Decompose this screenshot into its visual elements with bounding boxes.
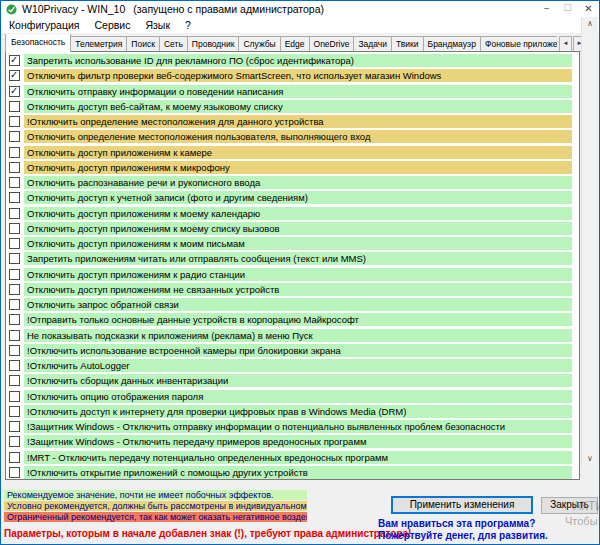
setting-checkbox[interactable] bbox=[9, 467, 20, 478]
close-button[interactable]: ✕ bbox=[578, 1, 599, 17]
setting-row[interactable]: !Отключить доступ к интернету для провер… bbox=[6, 405, 579, 418]
tab[interactable]: Телеметрия bbox=[70, 36, 127, 52]
menu-item[interactable]: Сервис bbox=[94, 19, 130, 31]
tab[interactable]: Проводник bbox=[187, 36, 240, 52]
setting-label: Отключить распознавание речи и рукописно… bbox=[24, 176, 572, 189]
setting-label: Отключить доступ приложениям к моему кал… bbox=[24, 207, 572, 220]
setting-row[interactable]: !Отключить опцию отображения пароля bbox=[6, 390, 579, 403]
scroll-up-icon[interactable]: ∧ bbox=[582, 17, 598, 32]
setting-row[interactable]: Отключить доступ веб-сайтам, к моему язы… bbox=[6, 100, 579, 113]
setting-row[interactable]: Отключить фильтр проверки веб-содержимог… bbox=[6, 69, 579, 82]
maximize-button[interactable]: ☐ bbox=[557, 1, 578, 17]
apply-changes-button[interactable]: Применить изменения bbox=[391, 496, 533, 514]
setting-checkbox[interactable] bbox=[9, 345, 20, 356]
setting-label: Отключить фильтр проверки веб-содержимог… bbox=[24, 69, 572, 82]
tab-label: Edge bbox=[285, 39, 305, 49]
menu-item[interactable]: Конфигурация bbox=[9, 19, 79, 31]
setting-checkbox[interactable] bbox=[9, 208, 20, 219]
setting-row[interactable]: Отключить доступ приложениям к моему кал… bbox=[6, 207, 579, 220]
setting-label: Запретить приложениям читать или отправл… bbox=[24, 252, 572, 265]
setting-row[interactable]: !Отключить сборщик данных инвентаризации bbox=[6, 374, 579, 387]
setting-row[interactable]: Запретить использование ID для рекламног… bbox=[6, 54, 579, 67]
setting-checkbox[interactable] bbox=[9, 330, 20, 341]
setting-checkbox[interactable] bbox=[9, 299, 20, 310]
tab[interactable]: Твики bbox=[391, 36, 424, 52]
legend-row: Условно рекомендуется, должны быть рассм… bbox=[4, 501, 307, 511]
setting-checkbox[interactable] bbox=[9, 223, 20, 234]
setting-label: !Отключить доступ к интернету для провер… bbox=[24, 405, 572, 418]
tab-label: Поиск bbox=[131, 39, 155, 49]
setting-label: Запретить использование ID для рекламног… bbox=[24, 54, 572, 67]
tab[interactable]: Поиск bbox=[126, 36, 160, 52]
setting-checkbox[interactable] bbox=[9, 177, 20, 188]
legend: Рекомендуемое значение, почти не имеет п… bbox=[4, 490, 307, 523]
setting-row[interactable]: Отключить доступ приложениям к камере bbox=[6, 146, 579, 159]
setting-checkbox[interactable] bbox=[9, 192, 20, 203]
setting-checkbox[interactable] bbox=[9, 101, 20, 112]
setting-checkbox[interactable] bbox=[9, 116, 20, 127]
setting-label: Отключить доступ приложениям к радио ста… bbox=[24, 268, 572, 281]
title-bar: W10Privacy - WIN_10 (запущено с правами … bbox=[1, 1, 599, 17]
tab-label: Брандмауэр bbox=[428, 39, 476, 49]
setting-row[interactable]: !Защитник Windows - Отключить передачу п… bbox=[6, 435, 579, 448]
tab[interactable]: Сеть bbox=[159, 36, 188, 52]
menu-item[interactable]: ? bbox=[185, 19, 191, 31]
tab-scroll-left-icon[interactable]: ◄ bbox=[559, 36, 572, 52]
setting-checkbox[interactable] bbox=[9, 147, 20, 158]
setting-row[interactable]: Отключить распознавание речи и рукописно… bbox=[6, 176, 579, 189]
setting-row[interactable]: Отключить доступ приложениям к моим пись… bbox=[6, 237, 579, 250]
setting-checkbox[interactable] bbox=[9, 269, 20, 280]
setting-label: Отключить запрос обратной связи bbox=[24, 298, 572, 311]
setting-checkbox[interactable] bbox=[9, 284, 20, 295]
tab[interactable]: Службы bbox=[238, 36, 280, 52]
tab-label: Твики bbox=[396, 39, 419, 49]
setting-checkbox[interactable] bbox=[9, 238, 20, 249]
setting-row[interactable]: Отключить доступ приложениям к микрофону bbox=[6, 161, 579, 174]
setting-checkbox[interactable] bbox=[9, 421, 20, 432]
setting-checkbox[interactable] bbox=[9, 452, 20, 463]
setting-checkbox[interactable] bbox=[9, 131, 20, 142]
setting-row[interactable]: Запретить приложениям читать или отправл… bbox=[6, 252, 579, 265]
tab[interactable]: OneDrive bbox=[309, 36, 355, 52]
vertical-scrollbar[interactable]: ∧ ∨ bbox=[581, 17, 598, 467]
setting-row[interactable]: Отключить доступ приложениям к радио ста… bbox=[6, 268, 579, 281]
tab[interactable]: Задачи bbox=[353, 36, 392, 52]
setting-row[interactable]: !Отключить AutoLogger bbox=[6, 359, 579, 372]
setting-checkbox[interactable] bbox=[9, 253, 20, 264]
w10privacy-window: { "window": { "title": "W10Privacy - WIN… bbox=[0, 0, 600, 545]
tab[interactable]: Безопасность bbox=[5, 34, 71, 52]
minimize-button[interactable]: – bbox=[536, 1, 557, 17]
setting-label: Отключить доступ к учетной записи (фото … bbox=[24, 191, 572, 204]
setting-checkbox[interactable] bbox=[9, 391, 20, 402]
setting-label: !Защитник Windows - Отключить передачу п… bbox=[24, 435, 572, 448]
setting-checkbox[interactable] bbox=[9, 86, 20, 97]
tab[interactable]: Edge bbox=[280, 36, 310, 52]
setting-row[interactable]: !Отключить использование встроенной каме… bbox=[6, 344, 579, 357]
setting-row[interactable]: Отключить отправку информации о поведени… bbox=[6, 85, 579, 98]
setting-label: !MRT - Отключить передачу потенциально о… bbox=[24, 451, 572, 464]
setting-checkbox[interactable] bbox=[9, 406, 20, 417]
menu-item[interactable]: Язык bbox=[145, 19, 170, 31]
scroll-down-icon[interactable]: ∨ bbox=[582, 452, 598, 467]
setting-checkbox[interactable] bbox=[9, 70, 20, 81]
setting-row[interactable]: !Отключить определение местоположения дл… bbox=[6, 115, 579, 128]
setting-row[interactable]: Отключить запрос обратной связи bbox=[6, 298, 579, 311]
setting-row[interactable]: !MRT - Отключить передачу потенциально о… bbox=[6, 451, 579, 464]
setting-checkbox[interactable] bbox=[9, 162, 20, 173]
setting-row[interactable]: Отключить определение местоположения пол… bbox=[6, 130, 579, 143]
tab[interactable]: Брандмауэр bbox=[423, 36, 481, 52]
setting-row[interactable]: Отключить доступ приложениям не связанны… bbox=[6, 283, 579, 296]
setting-checkbox[interactable] bbox=[9, 55, 20, 66]
setting-row[interactable]: Отключить доступ к учетной записи (фото … bbox=[6, 191, 579, 204]
setting-checkbox[interactable] bbox=[9, 314, 20, 325]
tab[interactable]: Фоновые приложения bbox=[480, 36, 557, 52]
setting-row[interactable]: Отключить доступ приложениям к моему спи… bbox=[6, 222, 579, 235]
setting-row[interactable]: !Защитник Windows - Отключить отправку и… bbox=[6, 420, 579, 433]
setting-checkbox[interactable] bbox=[9, 375, 20, 386]
setting-label: Отключить доступ приложениям к моему спи… bbox=[24, 222, 572, 235]
setting-checkbox[interactable] bbox=[9, 360, 20, 371]
setting-checkbox[interactable] bbox=[9, 436, 20, 447]
setting-row[interactable]: Не показывать подсказки к приложениям (р… bbox=[6, 329, 579, 342]
setting-row[interactable]: !Отключить открытие приложений с помощью… bbox=[6, 466, 579, 479]
setting-row[interactable]: !Отправить только основные данные устрой… bbox=[6, 313, 579, 326]
